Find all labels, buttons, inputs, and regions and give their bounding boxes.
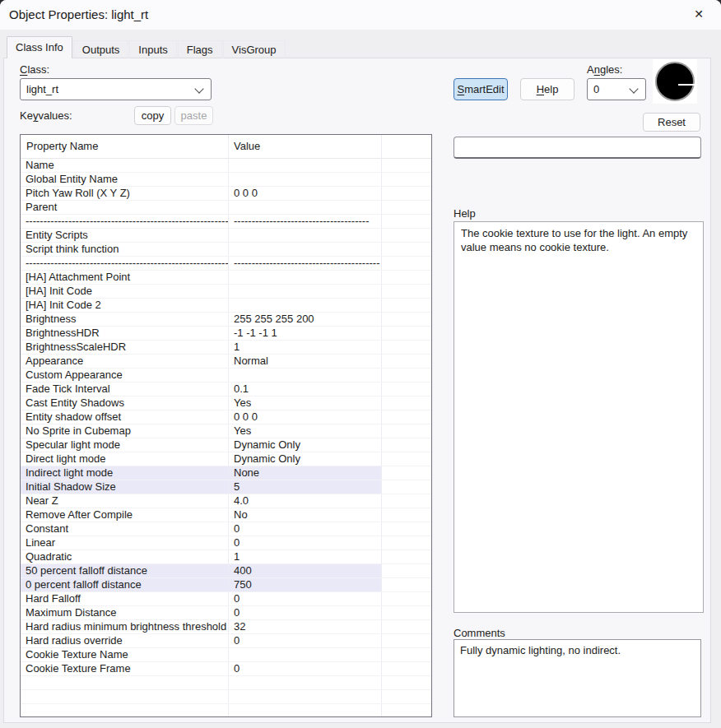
- copy-button-label: copy: [142, 109, 164, 122]
- property-extra-cell: [382, 313, 431, 326]
- close-button[interactable]: ✕: [681, 0, 716, 28]
- table-row[interactable]: [HA] Attachment Point: [21, 271, 431, 285]
- table-row[interactable]: Indirect light modeNone: [21, 466, 431, 480]
- property-extra-cell: [382, 480, 431, 494]
- tab-strip: Class Info Outputs Inputs Flags VisGroup: [7, 36, 286, 58]
- table-row[interactable]: Constant0: [21, 522, 431, 536]
- property-name-cell: Remove After Compile: [21, 508, 229, 522]
- table-row[interactable]: Fade Tick Interval0.1: [21, 383, 431, 396]
- header-extra: [382, 135, 431, 158]
- tab-outputs[interactable]: Outputs: [73, 40, 129, 58]
- table-row[interactable]: [21, 676, 431, 690]
- table-row[interactable]: [HA] Init Code: [21, 285, 431, 299]
- table-row[interactable]: Pitch Yaw Roll (X Y Z)0 0 0: [21, 187, 431, 201]
- property-extra-cell: [382, 215, 431, 228]
- help-text: The cookie texture to use for the light.…: [461, 227, 687, 253]
- table-row[interactable]: Cast Entity ShadowsYes: [21, 396, 431, 410]
- property-name-cell: Cookie Texture Name: [21, 648, 229, 661]
- tab-label: Outputs: [82, 44, 120, 56]
- table-row[interactable]: ----------------------------------------…: [21, 215, 431, 229]
- tab-visgroup[interactable]: VisGroup: [223, 40, 286, 58]
- table-row[interactable]: Hard radius override0: [21, 634, 431, 648]
- angles-combobox[interactable]: 0: [587, 78, 646, 100]
- angle-dial-circle: [655, 62, 695, 101]
- property-name-cell: Appearance: [21, 355, 229, 368]
- help-button[interactable]: Help: [520, 78, 574, 100]
- property-name-cell: BrightnessScaleHDR: [21, 341, 229, 354]
- property-value-cell: -1 -1 -1 1: [229, 327, 382, 340]
- angle-dial[interactable]: [653, 59, 697, 104]
- property-value-cell: 0 0 0: [229, 410, 382, 424]
- table-row[interactable]: ----------------------------------------…: [21, 257, 431, 271]
- table-row[interactable]: Near Z4.0: [21, 494, 431, 508]
- table-row[interactable]: Maximum Distance0: [21, 606, 431, 620]
- paste-button[interactable]: paste: [174, 106, 213, 125]
- reset-button[interactable]: Reset: [643, 113, 700, 132]
- table-row[interactable]: Brightness255 255 255 200: [21, 313, 431, 327]
- property-name-cell: Brightness: [21, 313, 229, 326]
- property-extra-cell: [382, 522, 431, 536]
- table-row[interactable]: Custom Appearance: [21, 369, 431, 383]
- help-pane-label: Help: [454, 207, 476, 220]
- table-row[interactable]: Entity Scripts: [21, 229, 431, 243]
- table-row[interactable]: 50 percent falloff distance400: [21, 564, 431, 578]
- table-row[interactable]: [21, 704, 431, 717]
- property-extra-cell: [382, 508, 431, 522]
- table-row[interactable]: [HA] Init Code 2: [21, 299, 431, 313]
- property-value-cell: [229, 173, 382, 186]
- table-row[interactable]: Name: [21, 159, 431, 173]
- property-extra-cell: [382, 355, 431, 368]
- property-extra-cell: [382, 564, 431, 577]
- property-extra-cell: [382, 620, 431, 633]
- property-extra-cell: [382, 299, 431, 312]
- smartedit-button-label: SmartEdit: [457, 83, 504, 95]
- table-row[interactable]: Direct light modeDynamic Only: [21, 452, 431, 466]
- property-value-cell: [229, 229, 382, 242]
- property-value-cell: [229, 676, 382, 689]
- table-row[interactable]: Initial Shadow Size5: [21, 480, 431, 494]
- copy-button[interactable]: copy: [134, 106, 171, 125]
- class-combobox[interactable]: light_rt: [20, 78, 212, 100]
- property-name-cell: Name: [21, 159, 229, 172]
- table-row[interactable]: Cookie Texture Name: [21, 648, 431, 662]
- window-title: Object Properties: light_rt: [9, 0, 148, 30]
- comments-text-box[interactable]: Fully dynamic lighting, no indirect.: [454, 639, 701, 717]
- value-edit-input[interactable]: [454, 137, 701, 159]
- table-row[interactable]: Remove After CompileNo: [21, 508, 431, 522]
- table-row[interactable]: BrightnessHDR-1 -1 -1 1: [21, 327, 431, 341]
- header-property-name: Property Name: [21, 135, 229, 158]
- property-table-header: Property Name Value: [21, 135, 431, 159]
- property-value-cell: Normal: [229, 355, 382, 368]
- tab-inputs[interactable]: Inputs: [129, 40, 176, 58]
- table-row[interactable]: Entity shadow offset0 0 0: [21, 410, 431, 424]
- property-extra-cell: [382, 201, 431, 214]
- property-extra-cell: [382, 424, 431, 438]
- table-row[interactable]: Hard Falloff0: [21, 592, 431, 606]
- table-row[interactable]: Specular light modeDynamic Only: [21, 438, 431, 452]
- property-extra-cell: [382, 285, 431, 298]
- table-row[interactable]: Cookie Texture Frame0: [21, 662, 431, 676]
- table-row[interactable]: Quadratic1: [21, 550, 431, 564]
- property-name-cell: Near Z: [21, 494, 229, 508]
- table-row[interactable]: 0 percent falloff distance750: [21, 578, 431, 592]
- property-value-cell: 0: [229, 662, 382, 675]
- table-row[interactable]: BrightnessScaleHDR1: [21, 341, 431, 355]
- table-row[interactable]: Hard radius minimum brightness threshold…: [21, 620, 431, 634]
- table-row[interactable]: No Sprite in CubemapYes: [21, 424, 431, 438]
- table-row[interactable]: Script think function: [21, 243, 431, 257]
- property-name-cell: Cookie Texture Frame: [21, 662, 229, 675]
- property-extra-cell: [382, 536, 431, 549]
- property-value-cell: 0 0 0: [229, 187, 382, 200]
- smartedit-button[interactable]: SmartEdit: [454, 78, 508, 100]
- tab-flags[interactable]: Flags: [178, 40, 222, 58]
- property-name-cell: [21, 704, 229, 717]
- table-row[interactable]: [21, 690, 431, 704]
- table-row[interactable]: Parent: [21, 201, 431, 215]
- table-row[interactable]: Linear0: [21, 536, 431, 550]
- table-row[interactable]: Global Entity Name: [21, 173, 431, 187]
- header-value: Value: [229, 135, 382, 158]
- help-button-label: Help: [537, 83, 559, 95]
- table-row[interactable]: AppearanceNormal: [21, 355, 431, 369]
- tab-class-info[interactable]: Class Info: [7, 36, 72, 58]
- property-name-cell: Entity shadow offset: [21, 410, 229, 424]
